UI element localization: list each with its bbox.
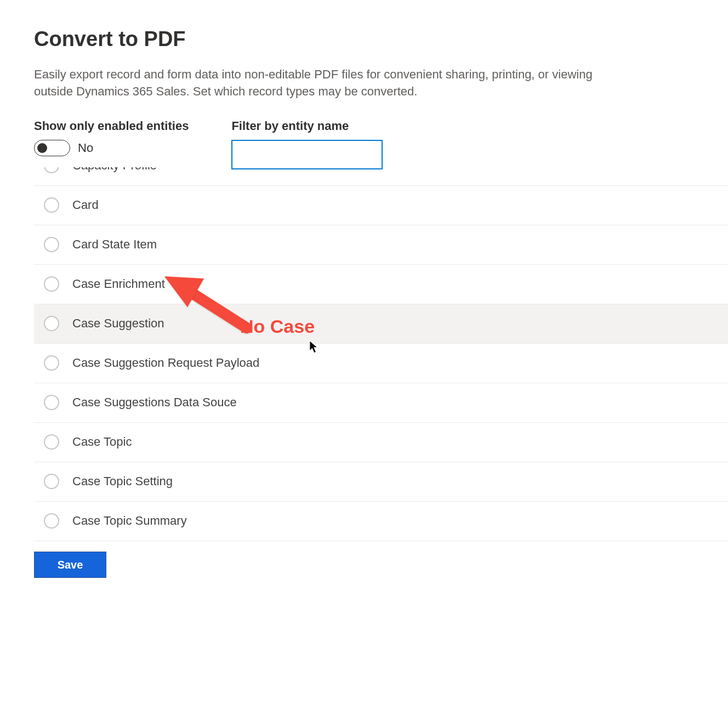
entity-radio[interactable] bbox=[44, 237, 59, 252]
entity-radio[interactable] bbox=[44, 355, 59, 371]
entity-row[interactable]: Case Suggestions Data Souce bbox=[34, 383, 728, 423]
entity-label: Case Suggestions Data Souce bbox=[72, 395, 237, 410]
entity-row[interactable]: Case Suggestion bbox=[34, 304, 728, 344]
entity-label: Case Suggestion bbox=[72, 316, 164, 331]
show-enabled-toggle[interactable] bbox=[34, 140, 70, 156]
entity-radio[interactable] bbox=[44, 197, 59, 213]
entity-radio[interactable] bbox=[44, 434, 59, 450]
entity-radio[interactable] bbox=[44, 395, 59, 410]
entity-label: Case Topic Summary bbox=[72, 514, 187, 528]
toggle-state-text: No bbox=[78, 141, 93, 155]
toggle-knob bbox=[37, 143, 47, 153]
entity-row[interactable]: Card bbox=[34, 186, 728, 225]
toggle-group: Show only enabled entities No bbox=[34, 119, 189, 169]
entity-label: Capacity Profile bbox=[72, 167, 157, 173]
save-button[interactable]: Save bbox=[34, 552, 106, 578]
entity-label: Case Topic bbox=[72, 435, 132, 449]
entity-label: Card bbox=[72, 198, 99, 212]
entity-row[interactable]: Card State Item bbox=[34, 225, 728, 265]
toggle-label: Show only enabled entities bbox=[34, 119, 189, 133]
entity-row[interactable]: Case Suggestion Request Payload bbox=[34, 344, 728, 383]
entity-radio[interactable] bbox=[44, 167, 59, 174]
page-description: Easily export record and form data into … bbox=[34, 66, 599, 100]
filter-group: Filter by entity name bbox=[231, 119, 383, 169]
entity-label: Case Suggestion Request Payload bbox=[72, 356, 259, 370]
entity-radio[interactable] bbox=[44, 316, 59, 331]
entity-label: Case Enrichment bbox=[72, 277, 165, 291]
entity-row[interactable]: Capacity Profile bbox=[34, 167, 728, 186]
entity-label: Case Topic Setting bbox=[72, 474, 173, 489]
entity-radio[interactable] bbox=[44, 513, 59, 529]
entity-row[interactable]: Case Topic bbox=[34, 423, 728, 462]
filter-label: Filter by entity name bbox=[231, 119, 383, 133]
entity-row[interactable]: Case Enrichment bbox=[34, 265, 728, 304]
entity-label: Card State Item bbox=[72, 237, 157, 252]
page-title: Convert to PDF bbox=[34, 27, 728, 51]
entity-radio[interactable] bbox=[44, 276, 59, 292]
filter-entity-input[interactable] bbox=[231, 140, 383, 169]
entity-radio[interactable] bbox=[44, 474, 59, 489]
entity-row[interactable]: Case Topic Summary bbox=[34, 502, 728, 541]
entity-row[interactable]: Case Topic Setting bbox=[34, 462, 728, 502]
entity-list: Capacity ProfileCardCard State ItemCase … bbox=[34, 167, 728, 546]
